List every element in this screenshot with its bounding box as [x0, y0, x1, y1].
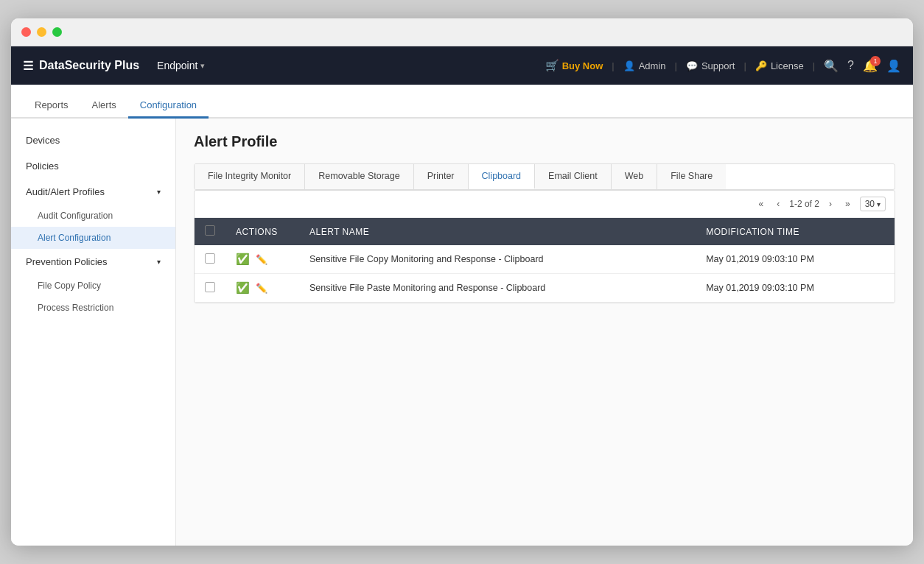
- admin-icon: 👤: [623, 60, 635, 71]
- license-icon: 🔑: [755, 60, 767, 71]
- select-all-checkbox[interactable]: [205, 225, 215, 236]
- main-content: Alert Profile File Integrity Monitor Rem…: [176, 119, 913, 546]
- minimize-button[interactable]: [37, 27, 46, 37]
- title-bar: [11, 18, 913, 46]
- row-alert-name-1: Sensitive File Copy Monitoring and Respo…: [299, 245, 696, 274]
- row-modification-time-1: May 01,2019 09:03:10 PM: [696, 245, 895, 274]
- buy-now-link[interactable]: 🛒 Buy Now: [545, 59, 603, 72]
- row-checkbox-2[interactable]: [205, 282, 215, 292]
- sidebar-sub-audit-config[interactable]: Audit Configuration: [11, 205, 175, 227]
- notifications-icon[interactable]: 🔔 1: [863, 59, 878, 73]
- tab-clipboard[interactable]: Clipboard: [469, 164, 536, 189]
- divider-4: |: [813, 60, 815, 71]
- cart-icon: 🛒: [545, 59, 559, 72]
- maximize-button[interactable]: [52, 27, 62, 37]
- alert-profile-tabs: File Integrity Monitor Removable Storage…: [194, 163, 895, 190]
- per-page-value: 30: [865, 199, 875, 209]
- sidebar-section-prevention[interactable]: Prevention Policies ▾: [11, 249, 175, 275]
- sidebar-item-policies[interactable]: Policies: [11, 153, 175, 179]
- tab-file-share[interactable]: File Share: [657, 164, 726, 189]
- prev-page-button[interactable]: ‹: [773, 197, 783, 211]
- divider-1: |: [612, 60, 614, 71]
- row-actions-cell: ✅ ✏️: [225, 245, 299, 274]
- header-alert-name: ALERT NAME: [299, 218, 696, 245]
- data-table-container: « ‹ 1-2 of 2 › » 30 ▾: [194, 190, 895, 303]
- app-window: ☰ DataSecurity Plus Endpoint ▾ 🛒 Buy Now…: [11, 18, 913, 546]
- close-button[interactable]: [21, 27, 31, 37]
- chevron-down-icon-2: ▾: [157, 258, 161, 266]
- tab-alerts[interactable]: Alerts: [80, 94, 128, 119]
- tab-reports[interactable]: Reports: [23, 94, 80, 119]
- status-icon-2: ✅: [236, 281, 250, 295]
- sidebar-sub-process-restriction[interactable]: Process Restriction: [11, 297, 175, 319]
- sidebar: Devices Policies Audit/Alert Profiles ▾ …: [11, 119, 176, 546]
- brand: ☰ DataSecurity Plus: [23, 59, 139, 73]
- row-checkbox-cell-2: [195, 274, 225, 303]
- notification-badge: 1: [870, 56, 881, 66]
- license-link[interactable]: 🔑 License: [755, 60, 804, 71]
- row-actions-cell-2: ✅ ✏️: [225, 274, 299, 303]
- divider-3: |: [744, 60, 746, 71]
- per-page-chevron-icon: ▾: [877, 200, 881, 208]
- module-selector[interactable]: Endpoint ▾: [157, 60, 205, 71]
- table-row: ✅ ✏️ Sensitive File Paste Monitoring and…: [195, 274, 895, 303]
- header-actions: ACTIONS: [225, 218, 299, 245]
- support-icon: 💬: [686, 60, 698, 71]
- edit-icon-2[interactable]: ✏️: [256, 283, 267, 294]
- sidebar-item-devices[interactable]: Devices: [11, 127, 175, 153]
- sidebar-section-audit-alert[interactable]: Audit/Alert Profiles ▾: [11, 179, 175, 205]
- page-title: Alert Profile: [194, 133, 895, 150]
- row-modification-time-2: May 01,2019 09:03:10 PM: [696, 274, 895, 303]
- divider-2: |: [675, 60, 677, 71]
- user-icon[interactable]: 👤: [886, 59, 901, 73]
- row-checkbox-cell: [195, 245, 225, 274]
- pagination-info: 1-2 of 2: [789, 199, 819, 209]
- brand-name: DataSecurity Plus: [39, 59, 139, 72]
- first-page-button[interactable]: «: [755, 197, 768, 211]
- support-link[interactable]: 💬 Support: [686, 60, 735, 71]
- per-page-selector[interactable]: 30 ▾: [860, 197, 886, 211]
- tab-removable-storage[interactable]: Removable Storage: [305, 164, 413, 189]
- sidebar-sub-alert-config[interactable]: Alert Configuration: [11, 227, 175, 249]
- last-page-button[interactable]: »: [841, 197, 854, 211]
- table-row: ✅ ✏️ Sensitive File Copy Monitoring and …: [195, 245, 895, 274]
- row-alert-name-2: Sensitive File Paste Monitoring and Resp…: [299, 274, 696, 303]
- alerts-table: ACTIONS ALERT NAME MODIFICATION TIME: [195, 218, 895, 303]
- navbar: ☰ DataSecurity Plus Endpoint ▾ 🛒 Buy Now…: [11, 46, 913, 85]
- tab-printer[interactable]: Printer: [414, 164, 469, 189]
- table-toolbar: « ‹ 1-2 of 2 › » 30 ▾: [195, 191, 895, 218]
- tab-web[interactable]: Web: [612, 164, 657, 189]
- status-icon-1: ✅: [236, 253, 250, 266]
- help-icon[interactable]: ?: [847, 59, 854, 72]
- module-dropdown-icon: ▾: [200, 61, 205, 71]
- navbar-right: 🛒 Buy Now | 👤 Admin | 💬 Support | 🔑 Lice…: [545, 59, 901, 73]
- row-checkbox-1[interactable]: [205, 253, 215, 264]
- search-icon[interactable]: 🔍: [824, 59, 839, 73]
- tab-configuration[interactable]: Configuration: [128, 94, 209, 119]
- header-modification-time: MODIFICATION TIME: [696, 218, 895, 245]
- top-tabs: Reports Alerts Configuration: [11, 85, 913, 119]
- tab-email-client[interactable]: Email Client: [535, 164, 612, 189]
- chevron-down-icon: ▾: [157, 188, 161, 196]
- sidebar-sub-file-copy[interactable]: File Copy Policy: [11, 275, 175, 297]
- edit-icon-1[interactable]: ✏️: [256, 254, 267, 265]
- admin-link[interactable]: 👤 Admin: [623, 60, 666, 71]
- hamburger-icon[interactable]: ☰: [23, 59, 33, 73]
- tab-file-integrity-monitor[interactable]: File Integrity Monitor: [195, 164, 305, 189]
- next-page-button[interactable]: ›: [825, 197, 836, 211]
- header-checkbox-col: [195, 218, 225, 245]
- content-area: Devices Policies Audit/Alert Profiles ▾ …: [11, 119, 913, 546]
- module-label: Endpoint: [157, 60, 197, 71]
